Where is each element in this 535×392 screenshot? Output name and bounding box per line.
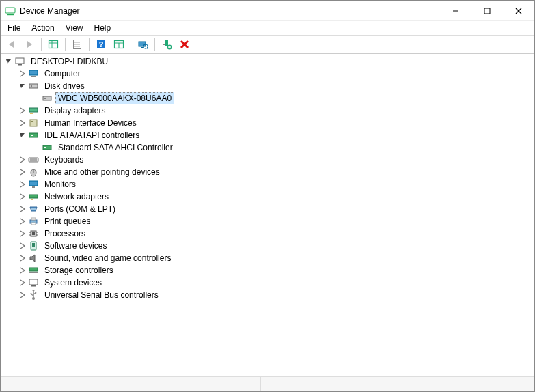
- ide-icon: [28, 130, 39, 141]
- svg-rect-70: [29, 272, 38, 273]
- svg-point-35: [31, 85, 32, 87]
- cat-software-devices[interactable]: Software devices: [1, 240, 534, 252]
- chevron-right-icon[interactable]: [17, 228, 28, 239]
- chevron-right-icon[interactable]: [17, 240, 28, 251]
- svg-rect-2: [7, 14, 14, 15]
- svg-rect-43: [31, 135, 33, 136]
- svg-rect-60: [31, 223, 36, 225]
- svg-rect-30: [16, 58, 24, 64]
- action-center-button[interactable]: [111, 36, 127, 53]
- chevron-right-icon[interactable]: [17, 265, 28, 276]
- svg-rect-23: [165, 40, 168, 46]
- svg-rect-44: [43, 145, 51, 150]
- cat-mice[interactable]: Mice and other pointing devices: [1, 166, 534, 178]
- printer-icon: [28, 216, 39, 227]
- menu-help[interactable]: Help: [89, 22, 117, 34]
- svg-rect-53: [29, 195, 38, 198]
- chevron-down-icon[interactable]: [3, 56, 14, 67]
- mouse-icon: [28, 167, 39, 178]
- ide-icon: [42, 142, 53, 153]
- show-hide-console-button[interactable]: [45, 36, 61, 53]
- cpu-icon: [28, 228, 39, 239]
- cat-computer[interactable]: Computer: [1, 68, 534, 80]
- cat-usb[interactable]: Universal Serial Bus controllers: [1, 289, 534, 301]
- svg-rect-59: [31, 218, 36, 220]
- computer-icon: [14, 56, 25, 67]
- cat-sound[interactable]: Sound, video and game controllers: [1, 252, 534, 264]
- storage-icon: [28, 265, 39, 276]
- chevron-right-icon[interactable]: [17, 68, 28, 79]
- svg-text:?: ?: [99, 40, 104, 48]
- svg-point-37: [44, 98, 46, 99]
- svg-rect-52: [32, 186, 35, 188]
- cat-storage[interactable]: Storage controllers: [1, 264, 534, 277]
- menu-file[interactable]: File: [2, 22, 26, 34]
- cat-system[interactable]: System devices: [1, 277, 534, 289]
- chevron-right-icon[interactable]: [17, 253, 28, 264]
- hid-icon: [28, 117, 39, 128]
- add-hardware-button[interactable]: [159, 36, 175, 53]
- close-button[interactable]: [503, 1, 534, 21]
- menu-view[interactable]: View: [60, 22, 89, 34]
- cat-processors[interactable]: Processors: [1, 227, 534, 240]
- chevron-right-icon[interactable]: [17, 117, 28, 128]
- svg-rect-39: [30, 113, 33, 114]
- svg-rect-62: [32, 232, 35, 235]
- svg-rect-0: [5, 8, 15, 13]
- cat-keyboards[interactable]: Keyboards: [1, 154, 534, 166]
- menu-action[interactable]: Action: [26, 22, 59, 34]
- scan-hardware-button[interactable]: [135, 36, 151, 53]
- maximize-button[interactable]: [471, 1, 503, 21]
- cat-monitors[interactable]: Monitors: [1, 178, 534, 191]
- chevron-right-icon[interactable]: [17, 191, 28, 202]
- svg-rect-72: [31, 285, 36, 287]
- window-title: Device Manager: [20, 6, 79, 16]
- svg-point-55: [31, 208, 33, 210]
- svg-rect-34: [29, 84, 38, 88]
- svg-rect-36: [43, 96, 51, 100]
- chevron-down-icon[interactable]: [17, 81, 28, 92]
- cat-hid[interactable]: Human Interface Devices: [1, 117, 534, 129]
- svg-rect-68: [32, 243, 35, 247]
- svg-rect-75: [35, 292, 36, 294]
- keyboard-icon: [28, 154, 39, 165]
- uninstall-button[interactable]: [176, 36, 193, 53]
- minimize-button[interactable]: [440, 1, 471, 21]
- device-ide-0[interactable]: Standard SATA AHCI Controller: [1, 141, 534, 154]
- cat-ports[interactable]: Ports (COM & LPT): [1, 203, 534, 215]
- cat-ide[interactable]: IDE ATA/ATAPI controllers: [1, 129, 534, 141]
- chevron-right-icon[interactable]: [17, 290, 28, 300]
- properties-button[interactable]: [69, 36, 85, 53]
- cat-disk-drives[interactable]: Disk drives: [1, 80, 534, 92]
- svg-rect-51: [29, 181, 38, 186]
- cat-network[interactable]: Network adapters: [1, 191, 534, 203]
- chevron-right-icon[interactable]: [17, 277, 28, 288]
- device-disk-0[interactable]: WDC WD5000AAKX-08U6AA0: [1, 92, 534, 104]
- chevron-right-icon[interactable]: [17, 105, 28, 116]
- cat-print-queues[interactable]: Print queues: [1, 215, 534, 227]
- tree-root[interactable]: DESKTOP-LDIDKBU: [1, 55, 534, 68]
- root-label[interactable]: DESKTOP-LDIDKBU: [28, 55, 111, 68]
- chevron-right-icon[interactable]: [17, 216, 28, 227]
- device-manager-icon: [5, 5, 16, 16]
- chevron-right-icon[interactable]: [17, 167, 28, 178]
- display-adapter-icon: [28, 105, 39, 116]
- chevron-down-icon[interactable]: [17, 130, 28, 141]
- help-button[interactable]: ?: [93, 36, 109, 53]
- svg-point-57: [34, 208, 36, 210]
- chevron-right-icon[interactable]: [17, 154, 28, 165]
- svg-rect-46: [29, 158, 38, 162]
- device-manager-window: Device Manager File Action View Help ?: [0, 0, 535, 392]
- monitor-icon: [28, 68, 39, 79]
- nav-forward-button: [21, 36, 38, 53]
- selected-device-label[interactable]: WDC WD5000AAKX-08U6AA0: [55, 92, 174, 104]
- chevron-right-icon[interactable]: [17, 204, 28, 214]
- svg-rect-71: [29, 279, 38, 285]
- svg-rect-7: [49, 41, 58, 48]
- chevron-right-icon[interactable]: [17, 179, 28, 190]
- cat-display-adapters[interactable]: Display adapters: [1, 104, 534, 117]
- svg-rect-41: [31, 121, 33, 122]
- svg-rect-54: [31, 199, 33, 200]
- device-tree[interactable]: DESKTOP-LDIDKBU Computer Disk drives WDC…: [1, 54, 534, 376]
- svg-rect-33: [31, 76, 36, 77]
